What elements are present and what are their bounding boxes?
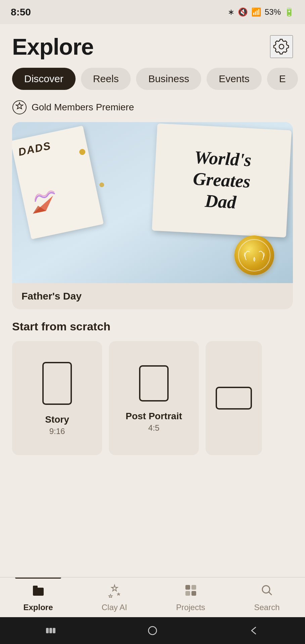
gold-seal-inner bbox=[238, 239, 270, 271]
wifi-icon: 📶 bbox=[251, 7, 261, 17]
svg-rect-16 bbox=[148, 627, 157, 635]
explore-icon bbox=[31, 583, 46, 601]
nav-search[interactable]: Search bbox=[229, 578, 305, 617]
header: Explore bbox=[0, 24, 305, 65]
system-nav bbox=[0, 617, 305, 644]
format-story-label: Story 9:16 bbox=[45, 414, 69, 436]
nav-explore-label: Explore bbox=[23, 603, 53, 612]
gold-star-icon bbox=[12, 100, 27, 115]
format-card-post-portrait[interactable]: Post Portrait 4:5 bbox=[109, 341, 199, 455]
gold-seal bbox=[234, 235, 274, 275]
page-title: Explore bbox=[12, 34, 93, 60]
svg-rect-13 bbox=[46, 628, 49, 633]
svg-rect-4 bbox=[140, 366, 168, 401]
status-icons: ∗ 🔇 📶 53% 🔋 bbox=[228, 7, 294, 17]
laurel-icon bbox=[243, 247, 266, 263]
clay-ai-icon bbox=[107, 583, 122, 601]
svg-rect-11 bbox=[191, 591, 196, 596]
home-button[interactable] bbox=[146, 624, 159, 637]
mute-icon: 🔇 bbox=[238, 7, 248, 17]
featured-card[interactable]: DADS World'sGreatesDad bbox=[12, 122, 293, 309]
format-post-portrait-label: Post Portrait 4:5 bbox=[126, 410, 182, 433]
tab-reels[interactable]: Reels bbox=[81, 68, 131, 90]
format-card-story[interactable]: Story 9:16 bbox=[12, 341, 102, 455]
nav-search-label: Search bbox=[254, 603, 279, 612]
tab-business[interactable]: Business bbox=[136, 68, 201, 90]
gold-dot-1 bbox=[79, 149, 85, 155]
svg-rect-14 bbox=[49, 628, 52, 633]
nav-clay-ai-label: Clay AI bbox=[101, 603, 127, 612]
svg-rect-3 bbox=[43, 363, 71, 404]
settings-button[interactable] bbox=[270, 35, 293, 58]
gear-icon bbox=[273, 38, 290, 55]
tab-events[interactable]: Events bbox=[207, 68, 262, 90]
nav-clay-ai[interactable]: Clay AI bbox=[76, 578, 152, 617]
right-card: World'sGreatesDad bbox=[152, 123, 292, 237]
post-portrait-format-icon bbox=[137, 363, 171, 404]
recent-apps-button[interactable] bbox=[44, 624, 57, 637]
bluetooth-icon: ∗ bbox=[228, 7, 234, 17]
tab-discover[interactable]: Discover bbox=[12, 68, 76, 90]
landscape-format-icon bbox=[214, 385, 254, 412]
nav-projects[interactable]: Projects bbox=[152, 578, 229, 617]
back-button[interactable] bbox=[248, 624, 261, 637]
projects-icon bbox=[183, 583, 198, 601]
battery-text: 53% bbox=[265, 7, 281, 17]
status-bar: 8:50 ∗ 🔇 📶 53% 🔋 bbox=[0, 0, 305, 24]
svg-rect-15 bbox=[53, 628, 55, 633]
search-icon bbox=[260, 583, 274, 601]
gold-dot-2 bbox=[99, 182, 104, 187]
svg-rect-7 bbox=[33, 586, 38, 589]
svg-rect-8 bbox=[185, 585, 190, 590]
scratch-grid: Story 9:16 Post Portrait 4:5 bbox=[0, 340, 305, 461]
gold-members-section: Gold Members Premiere bbox=[0, 97, 305, 121]
status-time: 8:50 bbox=[11, 6, 31, 18]
nav-projects-label: Projects bbox=[176, 603, 205, 612]
featured-card-label: Father's Day bbox=[12, 283, 293, 309]
svg-rect-9 bbox=[191, 585, 196, 590]
filter-tabs: Discover Reels Business Events E bbox=[0, 65, 305, 97]
spacer bbox=[0, 461, 305, 577]
svg-rect-5 bbox=[216, 387, 251, 409]
bottom-nav: Explore Clay AI Projects bbox=[0, 577, 305, 617]
section-title-scratch: Start from scratch bbox=[0, 320, 305, 340]
worlds-greatest-text: World'sGreatesDad bbox=[191, 147, 252, 214]
svg-rect-10 bbox=[185, 591, 190, 596]
tab-extra[interactable]: E bbox=[267, 68, 298, 90]
story-format-icon bbox=[40, 360, 74, 407]
featured-image: DADS World'sGreatesDad bbox=[12, 122, 293, 283]
nav-explore[interactable]: Explore bbox=[0, 578, 76, 617]
battery-icon: 🔋 bbox=[284, 7, 294, 17]
format-card-landscape[interactable] bbox=[206, 341, 262, 455]
gold-members-label: Gold Members Premiere bbox=[32, 102, 134, 113]
